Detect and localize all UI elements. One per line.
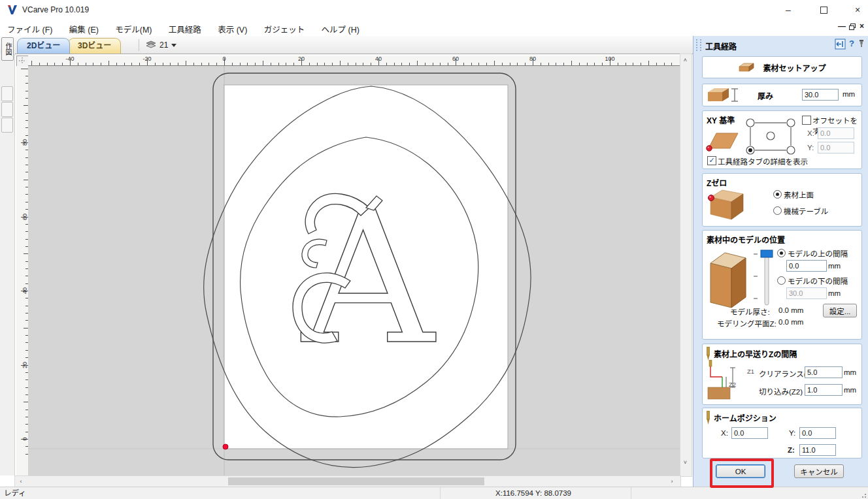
modeling-plane-value: 0.0 mm (778, 318, 803, 326)
tab-3d-view[interactable]: 3Dビュー (68, 38, 121, 54)
ruler-tick (186, 61, 186, 65)
gap-below-label: モデルの下の間隔 (788, 276, 848, 286)
plunge-label: 切り込み(Z2) (759, 386, 803, 396)
ruler-tick (193, 63, 194, 65)
ruler-tick (108, 61, 109, 65)
model-thickness-value: 0.0 mm (778, 306, 803, 314)
gap-above-label: モデルの上の間隔 (788, 248, 848, 259)
tab-drawing[interactable]: 作図 (1, 37, 14, 61)
clearance-input[interactable] (805, 366, 843, 378)
ruler-tick (332, 63, 333, 65)
material-setup-button[interactable]: 素材セットアップ (702, 56, 862, 78)
ruler-tick (24, 253, 28, 254)
canvas-2d-view[interactable]: A (28, 66, 680, 475)
ruler-tick (201, 63, 202, 65)
ok-button[interactable]: OK (716, 464, 765, 478)
gap-below-unit: mm (828, 289, 841, 297)
datum-point-marker[interactable] (223, 444, 228, 449)
cancel-button[interactable]: キャンセル (794, 464, 844, 478)
ruler-tick (409, 63, 410, 65)
thickness-input[interactable] (802, 89, 839, 101)
xy-x-input[interactable] (818, 127, 854, 139)
machine-table-radio[interactable] (773, 206, 782, 215)
ruler-tick (494, 61, 495, 65)
home-y-input[interactable] (799, 427, 836, 439)
panel-collapse-icon[interactable] (835, 39, 846, 50)
status-bar: レディ X:116.7594 Y: 88.0739 (0, 487, 868, 499)
ruler-tick (24, 180, 28, 180)
tool-strip-slot[interactable] (1, 102, 13, 117)
ruler-tick (502, 63, 503, 65)
resize-grip[interactable] (860, 492, 867, 498)
settings-button[interactable]: 設定... (823, 304, 857, 317)
tool-strip-slot[interactable] (1, 118, 13, 133)
mdi-minimize-button[interactable]: — (838, 22, 846, 31)
scroll-up-arrow[interactable]: ˄ (680, 57, 690, 63)
thickness-label: 厚み (758, 90, 773, 101)
ruler-label: -40 (65, 56, 74, 62)
scroll-down-arrow[interactable]: ˅ (680, 459, 690, 466)
mdi-close-button[interactable]: × (860, 22, 864, 31)
panel-grip[interactable] (696, 39, 701, 51)
menu-edit[interactable]: 編集 (E) (62, 20, 106, 35)
clearance-unit: mm (844, 368, 856, 376)
z-zero-card: Zゼロ 素材上面 機械テーブル (702, 173, 862, 227)
gap-above-radio[interactable] (777, 249, 786, 257)
ruler-tick (548, 63, 549, 65)
thickness-unit: mm (843, 90, 855, 98)
scroll-right-arrow[interactable]: › (669, 478, 675, 485)
ruler-label: 100 (605, 56, 614, 62)
ruler-tick (24, 402, 28, 402)
canvas-vectors: A (28, 66, 680, 475)
menu-help[interactable]: ヘルプ (H) (314, 20, 367, 35)
plunge-input[interactable] (805, 384, 843, 396)
ruler-tick (78, 63, 78, 65)
ruler-tick (440, 63, 441, 65)
ruler-tick (386, 63, 387, 65)
menu-toolpath[interactable]: 工具経路 (161, 20, 209, 35)
layers-icon (146, 40, 156, 50)
ruler-tick (163, 63, 163, 65)
home-z-input[interactable] (799, 444, 836, 456)
material-icon (738, 62, 755, 73)
tool-strip-slot[interactable] (1, 86, 13, 101)
help-icon[interactable]: ? (849, 39, 854, 48)
ruler-tick (309, 63, 310, 65)
menu-view[interactable]: 表示 (V) (210, 20, 254, 35)
h-ruler: -40-20020406080100 (28, 56, 680, 66)
model-position-title: 素材中のモデルの位置 (707, 234, 785, 245)
home-position-card: ホームポジション X: Y: Z: (702, 408, 862, 459)
menu-file[interactable]: ファイル (F) (0, 20, 59, 35)
ruler-tick (62, 63, 63, 65)
menu-gadget[interactable]: ガジェット (257, 20, 312, 35)
maximize-button[interactable] (809, 0, 838, 20)
material-surface-radio[interactable] (773, 190, 782, 199)
xy-y-input[interactable] (818, 142, 854, 153)
layer-dropdown[interactable]: 21 (139, 39, 176, 51)
close-button[interactable]: × (843, 0, 868, 20)
ruler-tick (641, 63, 641, 65)
ruler-tick (471, 63, 472, 65)
minimize-button[interactable]: – (774, 0, 803, 20)
h-scroll-thumb[interactable] (228, 477, 484, 485)
slider-handle[interactable] (761, 250, 773, 257)
gap-above-input[interactable] (786, 260, 827, 272)
gap-below-input[interactable] (786, 287, 827, 299)
ruler-tick (417, 61, 418, 65)
v-scrollbar[interactable]: ˄ ˅ (680, 54, 692, 477)
model-position-slider[interactable] (752, 246, 775, 309)
offset-checkbox[interactable] (802, 116, 811, 125)
pin-icon[interactable] (858, 39, 865, 48)
ruler-tick (216, 63, 217, 65)
ruler-tick (116, 63, 117, 65)
xy-datum-position-selector[interactable] (743, 116, 798, 157)
letter-a-vector[interactable]: A (293, 172, 437, 385)
tab-2d-view[interactable]: 2Dビュー (17, 38, 70, 54)
gap-below-radio[interactable] (777, 276, 786, 285)
menu-model[interactable]: モデル(M) (108, 20, 159, 35)
home-x-input[interactable] (731, 427, 768, 439)
mdi-restore-button[interactable] (848, 23, 856, 31)
ruler-tick (401, 63, 402, 65)
show-detail-checkbox[interactable] (707, 156, 716, 165)
scroll-left-arrow[interactable]: ‹ (18, 478, 24, 485)
